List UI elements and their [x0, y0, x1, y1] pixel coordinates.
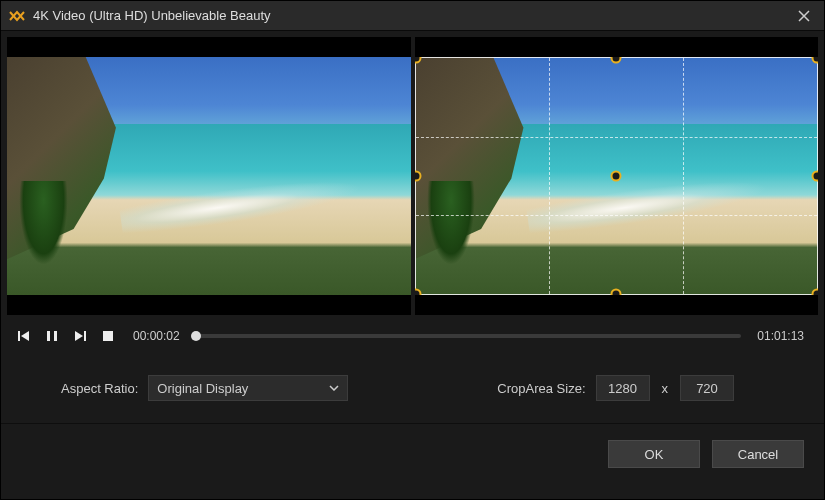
crop-grid-line: [549, 58, 550, 294]
titlebar: 4K Video (Ultra HD) Unbelievable Beauty: [1, 1, 824, 31]
crop-grid-line: [683, 58, 684, 294]
preview-row: [1, 31, 824, 321]
svg-rect-1: [47, 331, 50, 341]
crop-rectangle[interactable]: [415, 57, 819, 295]
ok-label: OK: [645, 447, 664, 462]
video-frame-crop: [415, 57, 819, 295]
aspect-ratio-label: Aspect Ratio:: [61, 381, 138, 396]
video-palm: [15, 181, 71, 276]
svg-rect-2: [54, 331, 57, 341]
dialog-footer: OK Cancel: [1, 423, 824, 484]
crop-handle-nw[interactable]: [415, 57, 422, 64]
crop-height-value: 720: [696, 381, 718, 396]
step-forward-button[interactable]: [71, 327, 89, 345]
preview-original: [7, 37, 411, 315]
stop-icon: [102, 330, 114, 342]
crop-settings: Aspect Ratio: Original Display CropArea …: [1, 357, 824, 411]
crop-grid-line: [416, 215, 818, 216]
aspect-ratio-select[interactable]: Original Display: [148, 375, 348, 401]
crop-handle-s[interactable]: [611, 289, 622, 296]
svg-rect-0: [18, 331, 20, 341]
pause-icon: [46, 329, 58, 343]
seek-slider[interactable]: [196, 334, 742, 338]
croparea-size-label: CropArea Size:: [497, 381, 585, 396]
chevron-down-icon: [329, 385, 339, 391]
stop-button[interactable]: [99, 327, 117, 345]
crop-width-input[interactable]: 1280: [596, 375, 650, 401]
cancel-label: Cancel: [738, 447, 778, 462]
crop-handle-sw[interactable]: [415, 289, 422, 296]
step-back-button[interactable]: [15, 327, 33, 345]
crop-handle-e[interactable]: [812, 171, 819, 182]
app-logo-icon: [9, 8, 25, 24]
preview-crop[interactable]: [415, 37, 819, 315]
crop-grid-line: [416, 137, 818, 138]
svg-rect-4: [103, 331, 113, 341]
window-title: 4K Video (Ultra HD) Unbelievable Beauty: [33, 8, 792, 23]
step-forward-icon: [73, 329, 87, 343]
close-button[interactable]: [792, 4, 816, 28]
crop-handle-w[interactable]: [415, 171, 422, 182]
ok-button[interactable]: OK: [608, 440, 700, 468]
current-time: 00:00:02: [127, 329, 186, 343]
playback-controls: 00:00:02 01:01:13: [1, 321, 824, 357]
crop-height-input[interactable]: 720: [680, 375, 734, 401]
dimension-separator: x: [660, 381, 671, 396]
crop-handle-center[interactable]: [611, 171, 622, 182]
crop-handle-se[interactable]: [812, 289, 819, 296]
seek-thumb[interactable]: [191, 331, 201, 341]
total-time: 01:01:13: [751, 329, 810, 343]
step-back-icon: [17, 329, 31, 343]
crop-width-value: 1280: [608, 381, 637, 396]
crop-handle-ne[interactable]: [812, 57, 819, 64]
video-frame-original: [7, 57, 411, 295]
cancel-button[interactable]: Cancel: [712, 440, 804, 468]
aspect-ratio-value: Original Display: [157, 381, 248, 396]
crop-handle-n[interactable]: [611, 57, 622, 64]
svg-rect-3: [84, 331, 86, 341]
pause-button[interactable]: [43, 327, 61, 345]
close-icon: [798, 10, 810, 22]
